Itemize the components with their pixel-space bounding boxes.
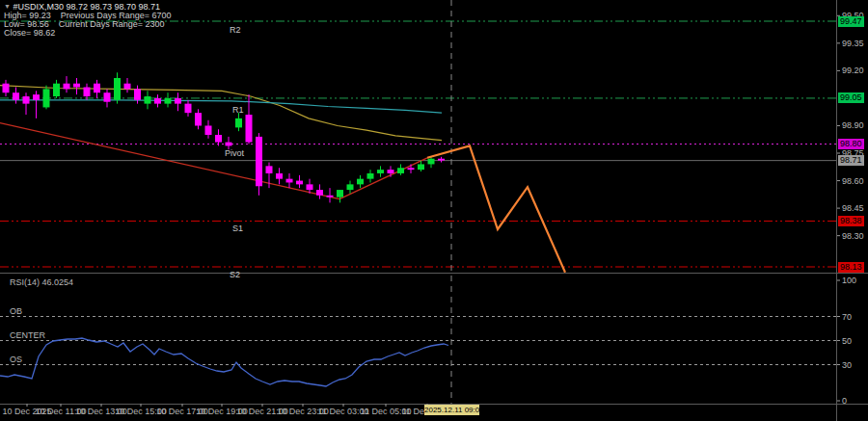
info-close: Close= 98.62 — [4, 28, 55, 38]
candlestick — [23, 92, 30, 115]
trading-chart-window: ▼ #USDIX,M30 98.72 98.73 98.70 98.71 Hig… — [0, 0, 868, 421]
candlestick — [408, 164, 415, 173]
candlestick — [195, 109, 202, 129]
candlestick — [215, 129, 222, 145]
price-badge: 98.71 — [838, 155, 864, 166]
candlestick — [43, 86, 50, 110]
price-tick-label: 99.20 — [842, 66, 864, 75]
candlestick — [296, 175, 303, 188]
candlestick — [428, 157, 435, 168]
ma-line-cyan — [0, 100, 442, 113]
price-tick-label: 98.90 — [842, 120, 864, 130]
candlestick — [205, 120, 212, 139]
rsi-ob-label: OB — [10, 306, 22, 316]
candlestick — [175, 92, 181, 111]
candlestick — [367, 170, 374, 182]
candlestick — [104, 89, 111, 107]
rsi-center-label: CENTER — [10, 330, 45, 340]
time-marker-box: 2025.12.11 09:00 — [424, 405, 479, 415]
candlestick — [337, 190, 343, 202]
price-tick-label: 98.60 — [842, 176, 864, 186]
chart-canvas[interactable] — [0, 0, 868, 421]
candlestick — [185, 100, 192, 117]
price-badge: 98.80 — [838, 139, 864, 149]
candlestick — [438, 157, 445, 163]
level-label-s2: S2 — [230, 270, 240, 279]
level-label-r1: R1 — [232, 105, 244, 115]
candlestick — [377, 166, 384, 176]
candlestick — [53, 80, 60, 98]
candlestick — [388, 166, 394, 176]
ma-line-yellow — [0, 86, 442, 141]
rsi-os-label: OS — [10, 355, 22, 364]
price-badge: 98.13 — [838, 262, 864, 273]
projection-line[interactable] — [427, 145, 565, 272]
symbol-dropdown-icon[interactable]: ▼ — [4, 3, 11, 10]
level-label-pivot: Pivot — [225, 148, 244, 158]
level-label-r2: R2 — [230, 25, 241, 35]
price-tick-label: 99.35 — [842, 39, 864, 48]
rsi-title: RSI(14) 46.0254 — [10, 277, 73, 287]
candlestick — [3, 80, 10, 96]
rsi-tick-label: 30 — [842, 360, 852, 370]
rsi-line — [0, 338, 448, 386]
candlestick — [124, 78, 131, 92]
price-badge: 99.47 — [838, 16, 864, 27]
rsi-tick-label: 100 — [842, 276, 856, 285]
candlestick — [33, 91, 40, 118]
price-badge: 99.05 — [838, 92, 864, 103]
candlestick — [256, 133, 262, 196]
candlestick — [114, 72, 121, 103]
level-label-s1: S1 — [232, 224, 243, 233]
candlestick — [276, 168, 283, 184]
candlestick — [13, 88, 19, 104]
candlestick — [84, 84, 91, 100]
zigzag-red — [339, 158, 427, 199]
candlestick — [235, 113, 242, 131]
rsi-tick-label: 70 — [842, 312, 852, 322]
candlestick — [134, 86, 141, 104]
rsi-tick-label: 50 — [842, 336, 852, 346]
candlestick — [316, 184, 323, 198]
candlestick — [154, 94, 161, 107]
candlestick — [165, 92, 172, 107]
candlestick — [347, 181, 354, 194]
candlestick — [357, 175, 364, 188]
price-badge: 98.38 — [838, 216, 864, 226]
candlestick — [327, 188, 334, 202]
candlestick — [145, 91, 151, 109]
price-tick-label: 98.45 — [842, 203, 864, 213]
candlestick — [94, 80, 100, 98]
candlestick — [64, 76, 70, 92]
price-tick-label: 98.30 — [842, 231, 864, 241]
candlestick — [397, 164, 404, 174]
rsi-tick-label: 0 — [842, 396, 847, 406]
candlestick — [73, 78, 80, 94]
candlestick — [286, 173, 293, 188]
